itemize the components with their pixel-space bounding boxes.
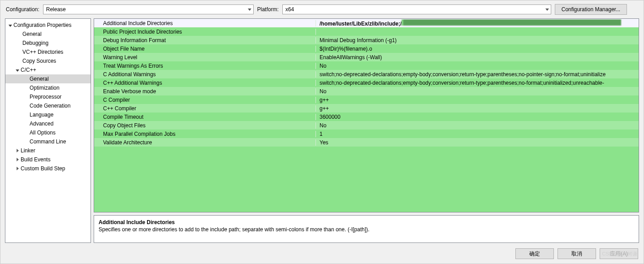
tree-linker[interactable]: Linker bbox=[5, 146, 91, 155]
dialog-buttons: 确定 取消 应用(A) bbox=[0, 246, 644, 264]
right-column: Additional Include Directories /home/lus… bbox=[94, 18, 639, 243]
grid-row[interactable]: Copy Object FilesNo bbox=[94, 121, 639, 130]
grid-row[interactable]: C Additional Warningsswitch;no-deprecate… bbox=[94, 70, 639, 78]
chevron-right-icon bbox=[15, 148, 20, 153]
description-body: Specifies one or more directories to add… bbox=[99, 226, 634, 233]
grid-row[interactable]: Additional Include Directories /home/lus… bbox=[94, 19, 639, 27]
chevron-down-icon bbox=[8, 23, 13, 27]
description-title: Additional Include Directories bbox=[99, 219, 634, 225]
grid-val: /home/luster/LibEx/zlib/include;/ bbox=[316, 19, 639, 27]
tree-cpp[interactable]: C/C++ bbox=[5, 65, 91, 74]
platform-combo[interactable]: x64 bbox=[282, 4, 551, 14]
chevron-down-icon bbox=[545, 9, 549, 11]
configuration-value: Release bbox=[46, 6, 66, 13]
grid-row[interactable]: Treat Warnings As ErrorsNo bbox=[94, 61, 639, 70]
grid-row[interactable]: Object File Name$(IntDir)%(filename).o bbox=[94, 44, 639, 53]
tree-debugging[interactable]: Debugging bbox=[5, 39, 91, 48]
topbar: Configuration: Release Platform: x64 Con… bbox=[0, 0, 644, 18]
configuration-manager-button[interactable]: Configuration Manager... bbox=[555, 4, 627, 15]
tree-vcpp-dirs[interactable]: VC++ Directories bbox=[5, 48, 91, 56]
grid-row[interactable]: Warning LevelEnableAllWarnings (-Wall) bbox=[94, 53, 639, 61]
apply-button[interactable]: 应用(A) bbox=[600, 248, 638, 259]
tree-cpp-optimization[interactable]: Optimization bbox=[5, 83, 91, 92]
nav-tree[interactable]: Configuration Properties General Debuggi… bbox=[5, 18, 91, 243]
tree-general[interactable]: General bbox=[5, 30, 91, 39]
platform-label: Platform: bbox=[257, 6, 279, 13]
grid-row[interactable]: Public Project Include Directories bbox=[94, 27, 639, 36]
property-pages-dialog: Configuration: Release Platform: x64 Con… bbox=[0, 0, 644, 264]
tree-custom-build[interactable]: Custom Build Step bbox=[5, 164, 91, 173]
tree-root[interactable]: Configuration Properties bbox=[5, 21, 91, 30]
ok-button[interactable]: 确定 bbox=[515, 248, 554, 259]
platform-value: x64 bbox=[285, 6, 294, 13]
main-split: Configuration Properties General Debuggi… bbox=[0, 18, 644, 246]
grid-row[interactable]: C++ Compilerg++ bbox=[94, 104, 639, 113]
tree-cpp-general[interactable]: General bbox=[5, 74, 91, 83]
chevron-down-icon bbox=[248, 9, 251, 11]
tree-cpp-alloptions[interactable]: All Options bbox=[5, 128, 91, 137]
grid-row[interactable]: Enable Verbose modeNo bbox=[94, 87, 639, 95]
chevron-right-icon bbox=[15, 166, 20, 171]
tree-cpp-preprocessor[interactable]: Preprocessor bbox=[5, 92, 91, 101]
grid-filler bbox=[94, 147, 639, 212]
configuration-combo[interactable]: Release bbox=[43, 4, 254, 14]
cancel-button[interactable]: 取消 bbox=[558, 248, 596, 259]
tree-cpp-language[interactable]: Language bbox=[5, 110, 91, 119]
grid-row[interactable]: Compile Timeout3600000 bbox=[94, 113, 639, 121]
grid-key: Additional Include Directories bbox=[94, 20, 316, 26]
grid-row[interactable]: Max Parallel Compilation Jobs1 bbox=[94, 130, 639, 138]
tree-cpp-cmdline[interactable]: Command Line bbox=[5, 137, 91, 146]
grid-row[interactable]: C Compilerg++ bbox=[94, 95, 639, 104]
obscured-path bbox=[402, 19, 621, 26]
grid-row[interactable]: C++ Additional Warningsswitch;no-depreca… bbox=[94, 78, 639, 87]
tree-cpp-advanced[interactable]: Advanced bbox=[5, 119, 91, 128]
tree-build-events[interactable]: Build Events bbox=[5, 155, 91, 164]
tree-copy-sources[interactable]: Copy Sources bbox=[5, 56, 91, 65]
grid-row[interactable]: Debug Information FormatMinimal Debug In… bbox=[94, 36, 639, 44]
tree-cpp-codegen[interactable]: Code Generation bbox=[5, 101, 91, 110]
property-grid[interactable]: Additional Include Directories /home/lus… bbox=[94, 18, 639, 212]
grid-row[interactable]: Validate ArchitectureYes bbox=[94, 138, 639, 147]
configuration-label: Configuration: bbox=[6, 6, 39, 13]
description-panel: Additional Include Directories Specifies… bbox=[94, 215, 639, 243]
chevron-right-icon bbox=[15, 157, 20, 162]
chevron-down-icon bbox=[15, 68, 20, 72]
